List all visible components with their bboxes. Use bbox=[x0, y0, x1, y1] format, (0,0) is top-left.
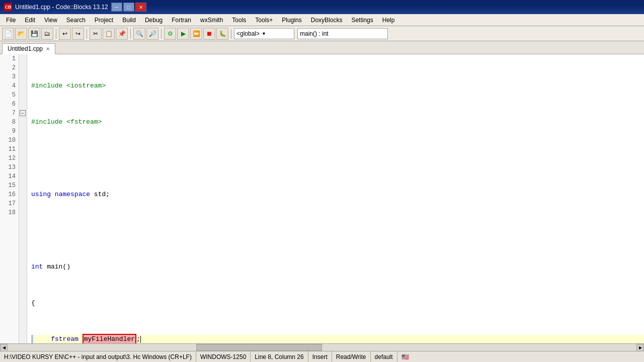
open-button[interactable]: 📂 bbox=[15, 28, 27, 40]
copy-button[interactable]: 📋 bbox=[103, 28, 115, 40]
menu-build[interactable]: Build bbox=[118, 14, 140, 26]
gutter-4 bbox=[19, 81, 27, 90]
gutter-7[interactable]: − bbox=[19, 109, 27, 118]
code-line-4: using namespace std; bbox=[31, 190, 644, 199]
code-line-2: #include <fstream> bbox=[31, 118, 644, 127]
gutter-14 bbox=[19, 172, 27, 181]
separator-3 bbox=[130, 29, 131, 39]
tab-close-icon[interactable]: ✕ bbox=[46, 46, 50, 52]
line-num-13: 13 bbox=[0, 163, 19, 172]
line-num-1: 1 bbox=[0, 54, 19, 63]
line-num-17: 17 bbox=[0, 199, 19, 208]
stop-button[interactable]: ⏹ bbox=[203, 28, 215, 40]
scope-dropdown-arrow: ▼ bbox=[262, 31, 266, 36]
tab-label: Untitled1.cpp bbox=[8, 45, 43, 52]
scope-bar-8 bbox=[31, 335, 33, 343]
scroll-left-arrow[interactable]: ◀ bbox=[0, 344, 8, 351]
cut-button[interactable]: ✂ bbox=[90, 28, 102, 40]
line-numbers: 1 2 3 4 5 6 7 8 9 10 11 12 13 14 15 16 1… bbox=[0, 54, 19, 343]
line-num-2: 2 bbox=[0, 63, 19, 72]
status-flag: 🇺🇸 bbox=[397, 351, 413, 362]
line-num-15: 15 bbox=[0, 181, 19, 190]
paste-button[interactable]: 📌 bbox=[116, 28, 128, 40]
menu-fortran[interactable]: Fortran bbox=[168, 14, 195, 26]
fold-icon-7[interactable]: − bbox=[20, 110, 26, 116]
toolbar: 📄 📂 💾 🗂 ↩ ↪ ✂ 📋 📌 🔍 🔎 ⚙ ▶ ⏩ ⏹ 🐛 <global>… bbox=[0, 26, 644, 41]
maximize-button[interactable]: □ bbox=[123, 3, 134, 12]
close-button[interactable]: ✕ bbox=[135, 3, 146, 12]
function-dropdown[interactable]: main() : int bbox=[297, 28, 388, 39]
code-line-6: int main() bbox=[31, 262, 644, 272]
menu-debug[interactable]: Debug bbox=[141, 14, 167, 26]
menu-edit[interactable]: Edit bbox=[21, 14, 39, 26]
code-line-3 bbox=[31, 154, 644, 163]
new-button[interactable]: 📄 bbox=[2, 28, 14, 40]
gutter-2 bbox=[19, 63, 27, 72]
menu-plugins[interactable]: Plugins bbox=[278, 14, 305, 26]
app-icon: CB bbox=[4, 3, 12, 11]
minimize-button[interactable]: ─ bbox=[111, 3, 122, 12]
menu-view[interactable]: View bbox=[40, 14, 61, 26]
find-button[interactable]: 🔍 bbox=[133, 28, 145, 40]
editor-container: 1 2 3 4 5 6 7 8 9 10 11 12 13 14 15 16 1… bbox=[0, 54, 644, 343]
window-title: Untitled1.cpp - Code::Blocks 13.12 bbox=[15, 4, 108, 11]
save-button[interactable]: 💾 bbox=[28, 28, 40, 40]
scroll-right-arrow[interactable]: ▶ bbox=[636, 344, 644, 351]
save-all-button[interactable]: 🗂 bbox=[41, 28, 53, 40]
debug-button[interactable]: 🐛 bbox=[216, 28, 228, 40]
line-num-18: 18 bbox=[0, 208, 19, 217]
status-default: default bbox=[371, 351, 397, 362]
code-line-1: #include <iostream> bbox=[31, 81, 644, 90]
menu-toolsplus[interactable]: Tools+ bbox=[251, 14, 277, 26]
text-cursor bbox=[140, 336, 141, 343]
menu-file[interactable]: File bbox=[2, 14, 20, 26]
separator-2 bbox=[87, 29, 87, 39]
menu-wxsmith[interactable]: wxSmith bbox=[196, 14, 227, 26]
redo-button[interactable]: ↪ bbox=[72, 28, 84, 40]
menu-doxyblocks[interactable]: DoxyBlocks bbox=[307, 14, 347, 26]
code-area[interactable]: #include <iostream> #include <fstream> u… bbox=[27, 54, 644, 343]
brace-open: { bbox=[31, 299, 35, 308]
status-bar: H:\VIDEO KURSY EN\C++ - input and output… bbox=[0, 351, 644, 362]
separator-4 bbox=[161, 29, 162, 39]
scroll-track[interactable] bbox=[8, 344, 636, 351]
line-num-16: 16 bbox=[0, 190, 19, 199]
tab-untitled1[interactable]: Untitled1.cpp ✕ bbox=[2, 43, 55, 54]
menu-search[interactable]: Search bbox=[62, 14, 90, 26]
kw-fstream: fstream bbox=[51, 335, 78, 343]
scroll-thumb[interactable] bbox=[196, 344, 322, 351]
replace-button[interactable]: 🔎 bbox=[146, 28, 158, 40]
code-line-7: { bbox=[31, 299, 644, 308]
status-mode: Insert bbox=[308, 351, 332, 362]
gutter-16 bbox=[19, 190, 27, 199]
build-run-button[interactable]: ⏩ bbox=[190, 28, 202, 40]
status-rw: Read/Write bbox=[332, 351, 371, 362]
scope-dropdown[interactable]: <global> ▼ bbox=[234, 28, 294, 39]
menu-help[interactable]: Help bbox=[378, 14, 399, 26]
build-all-button[interactable]: ⚙ bbox=[164, 28, 176, 40]
highlight-myfilehandler-8: myFileHandler bbox=[83, 334, 136, 343]
gutter-1 bbox=[19, 54, 27, 63]
gutter-18 bbox=[19, 208, 27, 217]
gutter-8 bbox=[19, 118, 27, 127]
gutter-10 bbox=[19, 136, 27, 145]
separator-5 bbox=[231, 29, 231, 39]
code-text-2: #include <fstream> bbox=[31, 118, 102, 127]
gutter-11 bbox=[19, 145, 27, 154]
menu-settings[interactable]: Settings bbox=[347, 14, 377, 26]
undo-button[interactable]: ↩ bbox=[59, 28, 71, 40]
kw-namespace: namespace bbox=[55, 190, 90, 199]
menu-project[interactable]: Project bbox=[91, 14, 117, 26]
menu-tools[interactable]: Tools bbox=[228, 14, 250, 26]
code-line-8: fstream myFileHandler ; bbox=[31, 335, 644, 343]
title-bar: CB Untitled1.cpp - Code::Blocks 13.12 ─ … bbox=[0, 0, 644, 14]
kw-int: int bbox=[31, 262, 43, 272]
run-button[interactable]: ▶ bbox=[177, 28, 189, 40]
horizontal-scrollbar[interactable]: ◀ ▶ bbox=[0, 343, 644, 351]
gutter-15 bbox=[19, 181, 27, 190]
gutter-3 bbox=[19, 72, 27, 81]
code-line-5 bbox=[31, 226, 644, 235]
gutter: − bbox=[19, 54, 27, 343]
line-num-8: 8 bbox=[0, 118, 19, 127]
kw-using: using bbox=[31, 190, 51, 199]
